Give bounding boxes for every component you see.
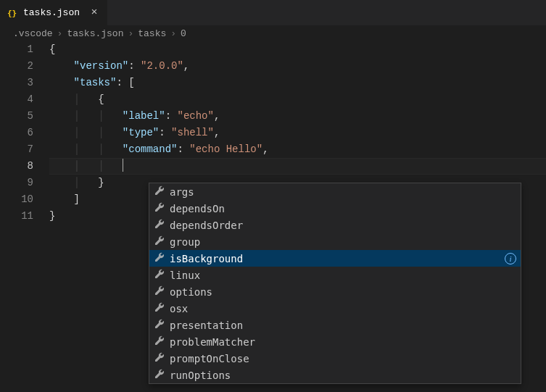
code-token: } <box>49 210 55 222</box>
line-number: 7 <box>0 141 33 158</box>
suggest-item-label: osx <box>170 303 516 314</box>
info-icon[interactable]: i <box>505 253 516 264</box>
suggest-item-problemMatcher[interactable]: problemMatcher <box>149 333 521 350</box>
suggest-item-osx[interactable]: osx <box>149 300 521 317</box>
suggest-item-runOptions[interactable]: runOptions <box>149 367 521 383</box>
wrench-icon <box>154 335 165 349</box>
wrench-icon <box>154 201 165 216</box>
line-number: 9 <box>0 175 33 191</box>
breadcrumb-item[interactable]: tasks.json <box>67 28 123 39</box>
line-number: 4 <box>0 91 33 108</box>
suggest-item-label: runOptions <box>170 370 516 381</box>
line-number: 6 <box>0 125 33 141</box>
breadcrumb-item[interactable]: .vscode <box>13 28 53 39</box>
suggest-item-dependsOrder[interactable]: dependsOrder <box>149 217 521 233</box>
wrench-icon <box>154 185 165 199</box>
wrench-icon <box>154 285 165 299</box>
code-token: "echo Hello" <box>189 143 262 155</box>
code-token: "shell" <box>171 127 214 138</box>
suggest-widget[interactable]: argsdependsOndependsOrdergroupisBackgrou… <box>149 183 521 384</box>
suggest-item-promptOnClose[interactable]: promptOnClose <box>149 350 521 367</box>
suggest-item-label: promptOnClose <box>170 353 516 364</box>
svg-text:{}: {} <box>7 9 17 18</box>
suggest-item-label: isBackground <box>170 253 500 264</box>
suggest-item-args[interactable]: args <box>149 183 521 200</box>
chevron-right-icon: › <box>57 28 63 39</box>
suggest-item-label: presentation <box>170 320 516 331</box>
code-token: "version" <box>74 60 129 72</box>
line-number: 10 <box>0 191 33 208</box>
code-token: ] <box>74 193 80 205</box>
wrench-icon <box>154 268 165 283</box>
suggest-item-label: dependsOn <box>170 203 516 214</box>
suggest-item-isBackground[interactable]: isBackgroundi <box>149 250 521 267</box>
code-token: "2.0.0" <box>141 60 183 72</box>
chevron-right-icon: › <box>170 28 176 39</box>
active-line-highlight <box>49 158 546 175</box>
suggest-item-label: group <box>170 236 516 248</box>
wrench-icon <box>154 301 165 316</box>
suggest-item-label: args <box>170 186 516 198</box>
suggest-item-options[interactable]: options <box>149 283 521 300</box>
breadcrumb[interactable]: .vscode › tasks.json › tasks › 0 <box>0 25 546 41</box>
tab-bar: {} tasks.json × <box>0 0 546 25</box>
line-number: 11 <box>0 208 33 225</box>
suggest-item-linux[interactable]: linux <box>149 267 521 283</box>
suggest-item-dependsOn[interactable]: dependsOn <box>149 200 521 217</box>
line-number: 5 <box>0 108 33 125</box>
suggest-item-presentation[interactable]: presentation <box>149 317 521 333</box>
wrench-icon <box>154 351 165 366</box>
line-number: 2 <box>0 58 33 75</box>
tab-label: tasks.json <box>23 7 80 18</box>
breadcrumb-item[interactable]: 0 <box>181 28 186 39</box>
close-icon[interactable]: × <box>88 7 100 19</box>
suggest-item-label: linux <box>170 270 516 281</box>
wrench-icon <box>154 235 165 249</box>
json-file-icon: {} <box>7 7 19 19</box>
code-token: "echo" <box>177 110 213 122</box>
code-token: } <box>98 177 104 188</box>
wrench-icon <box>154 218 165 233</box>
line-number: 3 <box>0 75 33 91</box>
wrench-icon <box>154 368 165 383</box>
wrench-icon <box>154 318 165 333</box>
line-number-gutter: 1 2 3 4 5 6 7 8 9 10 11 <box>0 41 49 225</box>
code-token: "label" <box>123 110 165 122</box>
suggest-item-label: problemMatcher <box>170 336 516 348</box>
chevron-right-icon: › <box>128 28 133 39</box>
code-token: "tasks" <box>74 77 117 88</box>
code-token: { <box>49 43 55 55</box>
code-token: "type" <box>123 127 159 138</box>
breadcrumb-item[interactable]: tasks <box>138 28 166 39</box>
text-cursor <box>123 159 123 172</box>
tab-tasks-json[interactable]: {} tasks.json × <box>0 0 108 25</box>
wrench-icon <box>154 251 165 266</box>
line-number: 8 <box>0 158 33 175</box>
code-token: "command" <box>123 143 178 155</box>
suggest-item-label: dependsOrder <box>170 220 516 231</box>
suggest-item-group[interactable]: group <box>149 233 521 250</box>
suggest-item-label: options <box>170 286 516 298</box>
line-number: 1 <box>0 41 33 58</box>
